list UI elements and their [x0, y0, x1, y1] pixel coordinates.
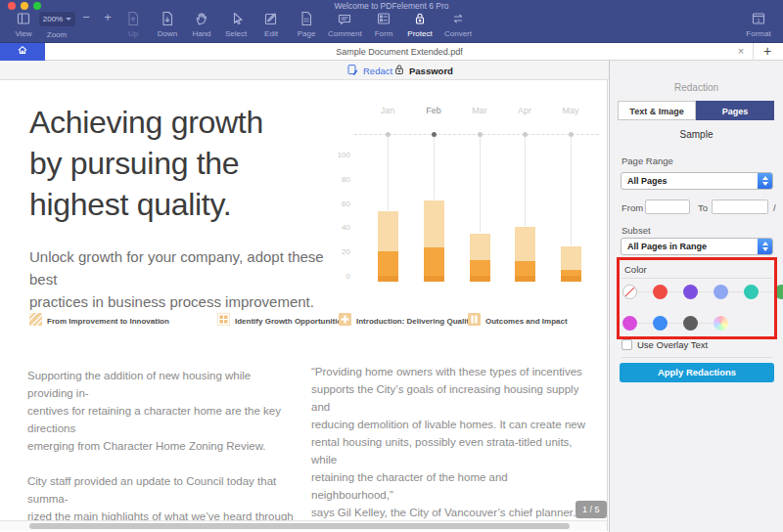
bar-upper-segment [378, 211, 398, 251]
color-swatch-magenta[interactable] [622, 316, 637, 331]
bar-upper-segment [424, 200, 444, 247]
color-swatch-green[interactable] [774, 285, 783, 299]
apply-redactions-button[interactable]: Apply Redactions [620, 363, 774, 382]
zoom-value: 200% [43, 15, 63, 23]
format-panel-icon: 1 [740, 11, 777, 28]
lock-icon [403, 11, 437, 28]
page-range-value: All Pages [627, 173, 668, 189]
color-swatch-teal[interactable] [744, 285, 759, 299]
page-indicator-badge: 1 / 5 [576, 501, 607, 518]
page-range-select[interactable]: All Pages [621, 172, 773, 190]
tab-pages[interactable]: Pages [696, 101, 774, 120]
color-swatch-rainbow[interactable] [714, 316, 728, 331]
page-grid-icon [290, 11, 323, 28]
to-input[interactable] [712, 200, 768, 214]
from-input[interactable] [645, 200, 690, 214]
feature-label: From Improvement to Innovation [47, 317, 169, 326]
page-down-icon [151, 11, 184, 28]
horizontal-scrollbar[interactable] [0, 520, 608, 531]
bar-upper-segment [515, 227, 535, 261]
document-page: Achieving growth by pursuing the highest… [0, 80, 608, 531]
zoom-out-button[interactable]: − [78, 10, 94, 24]
feature-label: Introduction: Delivering Quality [356, 317, 474, 326]
bar-lower-segment [515, 261, 535, 276]
page-total-slash: / [773, 202, 776, 213]
y-axis-tick: 100 [333, 151, 350, 159]
bar-base-strip [424, 276, 444, 282]
horizontal-scrollbar-thumb[interactable] [29, 523, 570, 529]
y-axis-tick: 0 [333, 272, 350, 281]
form-list-icon [367, 11, 400, 28]
bar-lower-segment [470, 260, 490, 276]
bar-lower-segment [378, 251, 398, 276]
zoom-in-button[interactable]: + [100, 10, 115, 24]
select-stepper-icon [758, 239, 772, 254]
comment-bubble-icon [328, 11, 361, 28]
color-swatch-none[interactable] [622, 285, 637, 299]
svg-text:1: 1 [757, 18, 760, 23]
home-tab[interactable] [0, 43, 45, 61]
subset-value: All Pages in Range [627, 239, 707, 254]
new-tab-button[interactable]: + [758, 43, 777, 60]
tab-bar: Sample Document Extended.pdf × + [0, 43, 783, 61]
format-button[interactable]: 1 Format [740, 11, 777, 38]
redaction-panel: Redaction Text & Image Pages Sample Page… [609, 61, 783, 532]
select-tool-button[interactable]: Select [219, 11, 253, 38]
month-label: May [551, 106, 590, 115]
chart-drop-line [480, 137, 481, 233]
page-up-button[interactable]: Up [116, 11, 150, 38]
page-button[interactable]: Page [290, 11, 323, 38]
hand-icon [185, 11, 218, 28]
color-label: Color [624, 264, 647, 275]
edit-button[interactable]: Edit [254, 11, 288, 38]
subset-select[interactable]: All Pages in Range [621, 238, 773, 255]
plus-icon [339, 312, 351, 330]
password-button[interactable]: Password [393, 64, 453, 77]
grid-icon [217, 312, 230, 330]
form-button[interactable]: Form [367, 11, 400, 38]
toolbar: Welcome to PDFelement 6 Pro View 200% Zo… [0, 0, 783, 43]
view-icon [7, 11, 40, 28]
document-tab[interactable]: Sample Document Extended.pdf [45, 43, 754, 61]
cursor-icon [219, 11, 253, 28]
use-overlay-text-checkbox[interactable] [622, 339, 632, 350]
select-stepper-icon [758, 173, 772, 189]
divider [622, 278, 772, 279]
feature-label: Identify Growth Opportunities [235, 317, 345, 326]
redact-icon [346, 64, 359, 78]
color-swatch-purple[interactable] [683, 285, 698, 299]
protect-sub-toolbar: Redact Password [0, 61, 609, 80]
bar-base-strip [561, 276, 581, 282]
document-heading: Achieving growth by pursuing the highest… [29, 102, 352, 225]
password-lock-icon [393, 64, 405, 77]
password-label: Password [409, 66, 453, 76]
chevron-down-icon [66, 18, 71, 21]
page-up-icon [116, 11, 150, 28]
redact-button[interactable]: Redact [346, 64, 392, 77]
view-button[interactable]: View [7, 11, 40, 38]
close-tab-icon[interactable]: × [734, 43, 748, 60]
feature-item: Outcomes and Impact [468, 314, 568, 328]
bar-lower-segment [424, 247, 444, 276]
hand-tool-button[interactable]: Hand [185, 11, 218, 38]
bar-base-strip [378, 276, 398, 282]
zoom-label: Zoom [40, 30, 73, 39]
convert-arrows-icon [440, 11, 476, 28]
chart-drop-line [525, 137, 526, 226]
page-down-button[interactable]: Down [151, 11, 184, 38]
color-swatch-blue[interactable] [653, 316, 668, 331]
zoom-level-select[interactable]: 200% [39, 12, 75, 26]
color-swatch-dark-gray[interactable] [683, 316, 698, 331]
app-window: Welcome to PDFelement 6 Pro View 200% Zo… [0, 0, 783, 532]
convert-button[interactable]: Convert [440, 11, 476, 38]
stripes-icon [29, 312, 42, 330]
color-swatch-periwinkle[interactable] [714, 285, 728, 299]
color-swatch-red[interactable] [653, 285, 668, 299]
tab-text-and-image[interactable]: Text & Image [618, 101, 696, 120]
protect-button[interactable]: Protect [403, 11, 437, 38]
window-title: Welcome to PDFelement 6 Pro [0, 1, 783, 11]
chart-drop-line [571, 137, 572, 245]
comment-button[interactable]: Comment [328, 11, 361, 38]
bar-base-strip [515, 276, 535, 282]
chart-drop-line [434, 137, 435, 200]
